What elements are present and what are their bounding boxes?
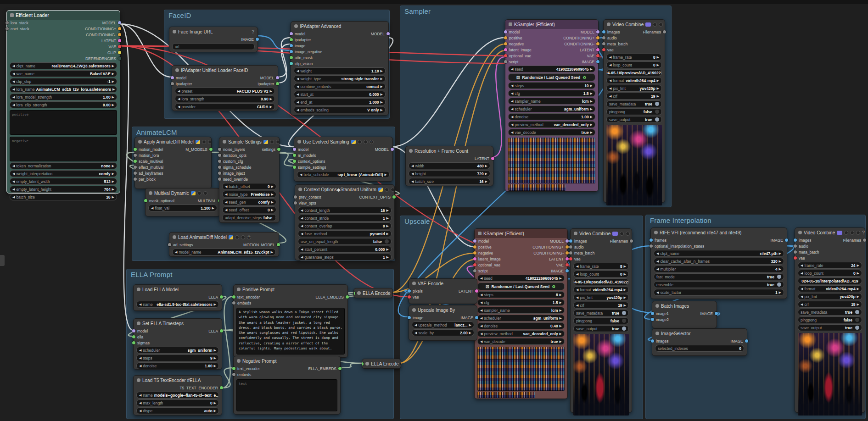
widget-filename_prefix[interactable]: 24-05-10/upscaled/AD_4190222 bbox=[573, 278, 629, 285]
output-slot-ipadapter[interactable]: ipadapter bbox=[258, 82, 279, 86]
input-slot-embeds[interactable]: embeds bbox=[232, 372, 251, 377]
widget-format[interactable]: ◀formatvideo/h264-mp4▶ bbox=[606, 77, 662, 84]
output-slot-MODEL[interactable]: MODEL bbox=[375, 147, 394, 152]
output-slot-CLIP[interactable]: CLIP bbox=[107, 50, 121, 55]
slot-dot[interactable] bbox=[504, 30, 507, 33]
slot-dot[interactable] bbox=[569, 257, 572, 260]
increment-arrow-icon[interactable]: ▶ bbox=[112, 72, 114, 76]
widget-name[interactable]: ◀nameella-sd1.5-tsc-t5xl.safetensors▶ bbox=[136, 301, 219, 308]
slot-dot[interactable] bbox=[290, 56, 293, 59]
slot-dot[interactable] bbox=[566, 251, 569, 255]
decrement-arrow-icon[interactable]: ◀ bbox=[12, 80, 15, 83]
help-icon[interactable]: ? bbox=[252, 29, 254, 34]
widget-vae_decode[interactable]: ◀vae_decodetrue▶ bbox=[477, 338, 565, 345]
collapse-icon[interactable] bbox=[478, 232, 482, 235]
widget-batch_size[interactable]: ◀batch_size16▶ bbox=[409, 178, 490, 185]
slot-dot[interactable] bbox=[569, 251, 572, 255]
widget-selected_indexes[interactable]: selected_indexes0 bbox=[655, 345, 744, 352]
slot-dot[interactable] bbox=[386, 32, 390, 35]
increment-arrow-icon[interactable]: ▶ bbox=[590, 84, 593, 88]
widget-preview_method[interactable]: ◀preview_methodvae_decoded_only▶ bbox=[477, 330, 565, 337]
decrement-arrow-icon[interactable]: ◀ bbox=[609, 79, 611, 83]
collapse-icon[interactable] bbox=[137, 321, 140, 325]
node-header[interactable]: IPAdapter Unified Loader FaceID bbox=[172, 66, 278, 75]
slot-dot[interactable] bbox=[392, 195, 396, 199]
increment-arrow-icon[interactable]: ▶ bbox=[214, 349, 216, 352]
node-upscale-image-by[interactable]: Upscale Image ByimageIMAGE◀upscale_metho… bbox=[409, 305, 477, 341]
decrement-arrow-icon[interactable]: ◀ bbox=[297, 69, 299, 73]
widget-ensemble[interactable]: ensembletrue bbox=[654, 281, 784, 288]
input-slot-meta_batch[interactable]: meta_batch bbox=[794, 250, 819, 255]
input-slot-lora_stack[interactable]: lora_stack bbox=[6, 21, 28, 25]
input-slot-images[interactable]: images bbox=[569, 239, 587, 244]
slot-dot[interactable] bbox=[650, 244, 653, 248]
decrement-arrow-icon[interactable]: ◀ bbox=[175, 250, 177, 254]
input-slot-ipadapter[interactable]: ipadapter bbox=[171, 82, 192, 86]
output-slot-M_MODELS[interactable]: M_MODELS bbox=[185, 147, 213, 152]
node-load-t5-textencoder-ella[interactable]: Load T5 TextEncoder #ELLAT5_TEXT_ENCODER… bbox=[133, 375, 222, 415]
widget-combine_embeds[interactable]: ◀combine_embedsconcat▶ bbox=[294, 83, 386, 90]
increment-arrow-icon[interactable]: ▶ bbox=[112, 64, 114, 68]
decrement-arrow-icon[interactable]: ◀ bbox=[411, 180, 414, 183]
output-slot-LATENT[interactable]: LATENT bbox=[101, 39, 121, 43]
increment-arrow-icon[interactable]: ▶ bbox=[386, 224, 389, 228]
output-slot-ELLA_EMBEDS[interactable]: ELLA_EMBEDS bbox=[316, 295, 349, 299]
toggle-knob[interactable] bbox=[777, 275, 781, 279]
input-slot-optional_vae[interactable]: optional_vae bbox=[504, 54, 531, 58]
node-header[interactable]: KSampler (Efficient) bbox=[505, 20, 598, 29]
input-slot-image[interactable]: image bbox=[408, 316, 423, 320]
slot-dot[interactable] bbox=[596, 42, 599, 45]
input-slot-prev_context[interactable]: prev_context bbox=[294, 195, 321, 199]
increment-arrow-icon[interactable]: ▶ bbox=[485, 172, 487, 176]
decrement-arrow-icon[interactable]: ◀ bbox=[511, 92, 513, 95]
prompt-textarea[interactable]: negative bbox=[10, 137, 117, 161]
input-slot-sigmas[interactable]: sigmas bbox=[132, 341, 150, 345]
slot-dot[interactable] bbox=[277, 148, 280, 151]
decrement-arrow-icon[interactable]: ◀ bbox=[139, 349, 141, 352]
increment-arrow-icon[interactable]: ▶ bbox=[624, 272, 626, 276]
widget-embeds_scaling[interactable]: ◀embeds_scalingV only▶ bbox=[294, 106, 386, 113]
decrement-arrow-icon[interactable]: ◀ bbox=[609, 87, 611, 90]
slot-dot[interactable] bbox=[256, 38, 259, 41]
node-negative-prompt[interactable]: Negative Prompttext_encoderELLA_EMBEDSem… bbox=[233, 356, 341, 415]
slot-dot[interactable] bbox=[475, 289, 478, 293]
decrement-arrow-icon[interactable]: ◀ bbox=[656, 252, 659, 255]
slot-dot[interactable] bbox=[220, 386, 223, 389]
output-slot-Filenames[interactable]: Filenames bbox=[610, 239, 633, 244]
slot-dot[interactable] bbox=[220, 295, 223, 299]
input-slot-optional_vae[interactable]: optional_vae bbox=[473, 263, 500, 267]
output-slot-ELLA_EMBEDS[interactable]: ELLA_EMBEDS bbox=[308, 366, 342, 371]
slot-dot[interactable] bbox=[220, 329, 223, 332]
collapse-icon[interactable] bbox=[298, 188, 302, 191]
output-slot-CONDITIONING+[interactable]: CONDITIONING+ bbox=[85, 27, 121, 31]
decrement-arrow-icon[interactable]: ◀ bbox=[511, 115, 513, 119]
collapse-icon[interactable] bbox=[574, 232, 577, 235]
input-slot-images[interactable]: images bbox=[651, 339, 668, 343]
decrement-arrow-icon[interactable]: ◀ bbox=[511, 67, 513, 71]
decrement-arrow-icon[interactable]: ◀ bbox=[297, 100, 299, 104]
widget-lora_model_strength[interactable]: ◀lora_model_strength1.00▶ bbox=[10, 94, 117, 100]
slot-dot[interactable] bbox=[630, 239, 633, 243]
decrement-arrow-icon[interactable]: ◀ bbox=[301, 248, 303, 251]
toggle-knob[interactable] bbox=[622, 327, 626, 331]
input-slot-audio[interactable]: audio bbox=[794, 244, 808, 249]
increment-arrow-icon[interactable]: ▶ bbox=[214, 356, 216, 360]
decrement-arrow-icon[interactable]: ◀ bbox=[139, 364, 141, 368]
widget-loop_count[interactable]: ◀loop_count0▶ bbox=[606, 61, 662, 68]
decrement-arrow-icon[interactable]: ◀ bbox=[225, 193, 227, 196]
input-slot-iteration_opts[interactable]: iteration_opts bbox=[218, 153, 246, 158]
node-multival-dynamic[interactable]: Multival Dynamicmask_optionalMULTIVAL◀fl… bbox=[145, 188, 220, 216]
node-header[interactable]: Upscale Image By bbox=[409, 305, 477, 315]
widget-seed_offset[interactable]: ◀seed_offset0▶ bbox=[222, 206, 276, 213]
increment-arrow-icon[interactable]: ▶ bbox=[657, 94, 659, 98]
node-ella-encode-1[interactable]: ELLA Encode bbox=[353, 288, 393, 298]
decrement-arrow-icon[interactable]: ◀ bbox=[225, 200, 227, 204]
widget-width[interactable]: ◀width480▶ bbox=[409, 162, 490, 169]
input-slot-vae[interactable]: vae bbox=[794, 256, 805, 260]
increment-arrow-icon[interactable]: ▶ bbox=[112, 180, 114, 183]
output-slot-LATENT[interactable]: LATENT bbox=[459, 289, 478, 294]
node-ella-encode-2[interactable]: ELLA Encode bbox=[362, 359, 401, 369]
node-header[interactable]: Resolution + Frame Count bbox=[406, 146, 493, 155]
slot-dot[interactable] bbox=[504, 48, 507, 51]
output-slot-VAE[interactable]: VAE bbox=[587, 54, 599, 58]
